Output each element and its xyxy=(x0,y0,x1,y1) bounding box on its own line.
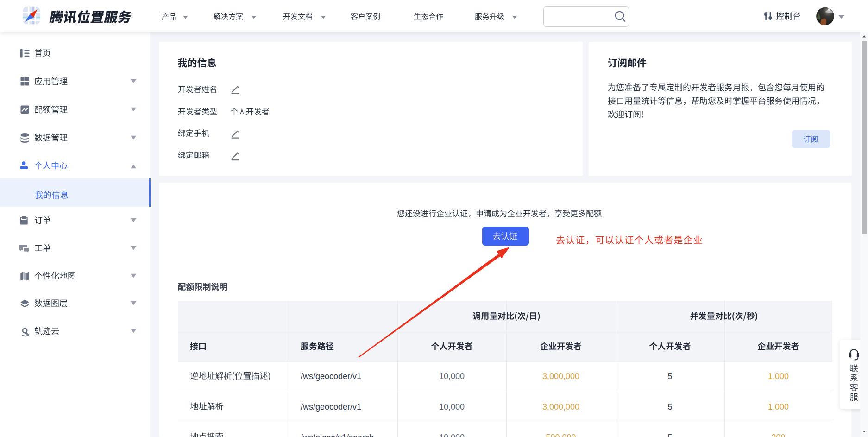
svg-text:3,000,000: 3,000,000 xyxy=(542,402,579,412)
svg-text:10,000: 10,000 xyxy=(439,433,465,437)
svg-text:5: 5 xyxy=(667,402,672,412)
svg-text:10,000: 10,000 xyxy=(439,372,465,381)
svg-text:200: 200 xyxy=(771,433,785,437)
svg-text:/ws/place/v1/search: /ws/place/v1/search xyxy=(301,433,374,437)
svg-text:1,000: 1,000 xyxy=(768,402,789,412)
svg-text:10,000: 10,000 xyxy=(439,402,465,412)
svg-text:500,000: 500,000 xyxy=(546,433,576,437)
svg-text:/ws/geocoder/v1: /ws/geocoder/v1 xyxy=(301,372,361,381)
svg-text:3,000,000: 3,000,000 xyxy=(542,372,579,381)
svg-text:/ws/geocoder/v1: /ws/geocoder/v1 xyxy=(301,402,361,412)
svg-text:5: 5 xyxy=(667,433,672,437)
svg-text:5: 5 xyxy=(667,372,672,381)
svg-text:1,000: 1,000 xyxy=(768,372,789,381)
